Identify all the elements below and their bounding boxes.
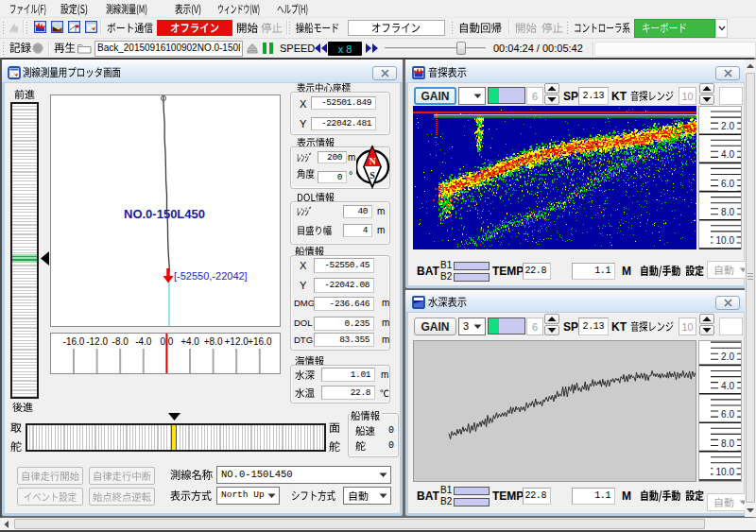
svg-text:N: N [369,156,376,166]
svg-text:S: S [369,170,375,180]
